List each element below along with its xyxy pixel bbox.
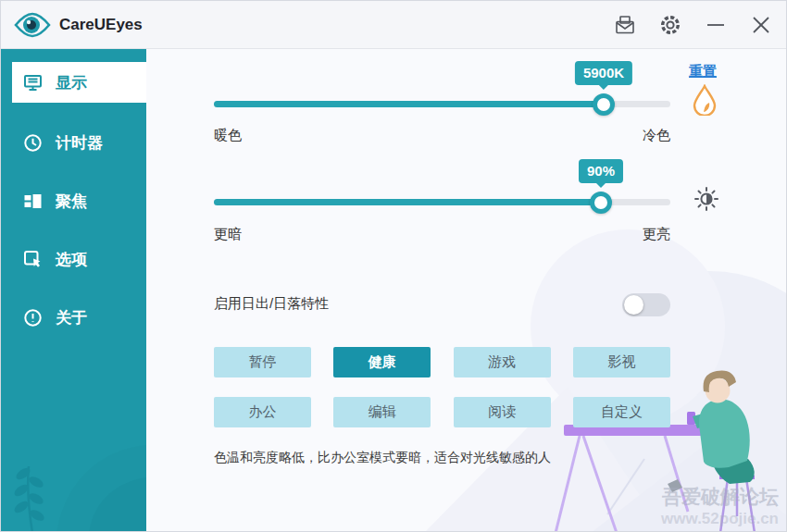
brightness-slider-thumb[interactable] [590, 192, 612, 214]
warm-label: 暖色 [214, 127, 242, 144]
mode-button-health[interactable]: 健康 [333, 347, 431, 377]
brighter-label: 更亮 [578, 226, 670, 243]
about-icon [23, 308, 43, 328]
mode-description: 色温和亮度略低，比办公室模式要暗，适合对光线敏感的人 [214, 450, 551, 466]
brightness-value-badge: 90% [579, 159, 623, 183]
sidebar-item-about[interactable]: 关于 [1, 297, 146, 338]
brightness-icon [693, 186, 719, 216]
temperature-slider-thumb[interactable] [593, 93, 615, 116]
watermark-line2: www.52pojie.cn [661, 509, 779, 528]
app-title: CareUEyes [59, 16, 143, 34]
close-icon[interactable] [749, 13, 773, 37]
brightness-slider-fill [214, 199, 601, 205]
display-panel: 5900K 重置 暖色 冷色 90% [146, 49, 787, 532]
sidebar-item-label: 计时器 [56, 132, 103, 154]
focus-icon [23, 192, 43, 211]
mode-button-edit[interactable]: 编辑 [333, 397, 431, 427]
sunrise-toggle[interactable] [622, 293, 670, 316]
toggle-knob [624, 295, 643, 315]
titlebar-icons [613, 13, 773, 37]
watermark: 吾爱破解论坛 www.52pojie.cn [661, 485, 779, 529]
titlebar: CareUEyes [1, 1, 786, 49]
sidebar-item-timer[interactable]: 计时器 [1, 122, 146, 163]
clock-icon [23, 133, 43, 153]
mode-button-game[interactable]: 游戏 [454, 347, 551, 377]
sidebar-item-label: 关于 [56, 307, 87, 328]
watermark-line1: 吾爱破解论坛 [661, 485, 779, 509]
options-icon [23, 250, 43, 269]
mode-buttons-grid: 暂停 健康 游戏 影视 办公 编辑 阅读 自定义 [214, 347, 670, 427]
temperature-value-badge: 5900K [575, 61, 632, 85]
mode-button-custom[interactable]: 自定义 [573, 397, 670, 427]
sidebar-item-label: 选项 [56, 249, 87, 270]
sunrise-toggle-label: 启用日出/日落特性 [214, 295, 329, 313]
mode-button-pause[interactable]: 暂停 [214, 347, 311, 377]
darker-label: 更暗 [214, 226, 242, 243]
sidebar-item-label: 显示 [56, 72, 87, 93]
sidebar-item-label: 聚焦 [56, 191, 87, 212]
monitor-icon [23, 73, 43, 93]
mode-button-office[interactable]: 办公 [214, 397, 311, 427]
temperature-slider-fill [214, 101, 604, 107]
sidebar-plant-decoration [1, 413, 146, 532]
color-drop-icon[interactable] [691, 84, 718, 119]
sidebar-item-display[interactable]: 显示 [12, 62, 146, 103]
sidebar: 显示 计时器 聚焦 [1, 49, 146, 532]
app-window: CareUEyes [0, 0, 787, 532]
cold-label: 冷色 [578, 127, 670, 144]
sidebar-item-options[interactable]: 选项 [1, 239, 146, 279]
mail-icon[interactable] [613, 13, 637, 37]
minimize-icon[interactable] [704, 13, 728, 37]
reset-link[interactable]: 重置 [689, 63, 717, 80]
careueyes-eye-logo [13, 10, 52, 40]
mode-button-movie[interactable]: 影视 [573, 347, 670, 377]
gear-icon[interactable] [658, 13, 682, 37]
sidebar-item-focus[interactable]: 聚焦 [1, 180, 146, 221]
mode-button-read[interactable]: 阅读 [454, 397, 551, 427]
